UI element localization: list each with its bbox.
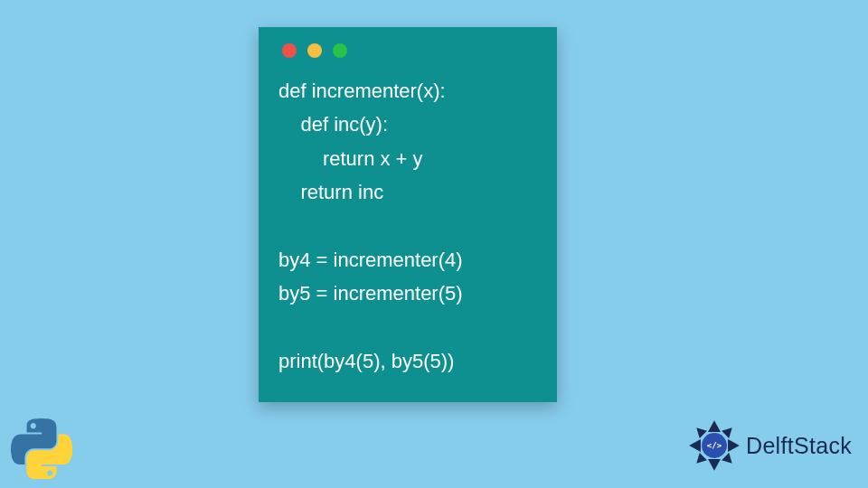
code-block: def incrementer(x): def inc(y): return x… — [278, 74, 537, 379]
minimize-dot-icon — [307, 43, 322, 58]
maximize-dot-icon — [333, 43, 347, 58]
window-controls — [282, 43, 537, 58]
delftstack-logo-icon: </> — [688, 419, 741, 472]
delftstack-brand: </> DelftStack — [688, 419, 852, 472]
svg-text:</>: </> — [707, 440, 722, 450]
python-logo-icon — [11, 418, 72, 479]
brand-name: DelftStack — [746, 433, 852, 459]
code-window: def incrementer(x): def inc(y): return x… — [259, 27, 557, 402]
close-dot-icon — [282, 43, 297, 58]
